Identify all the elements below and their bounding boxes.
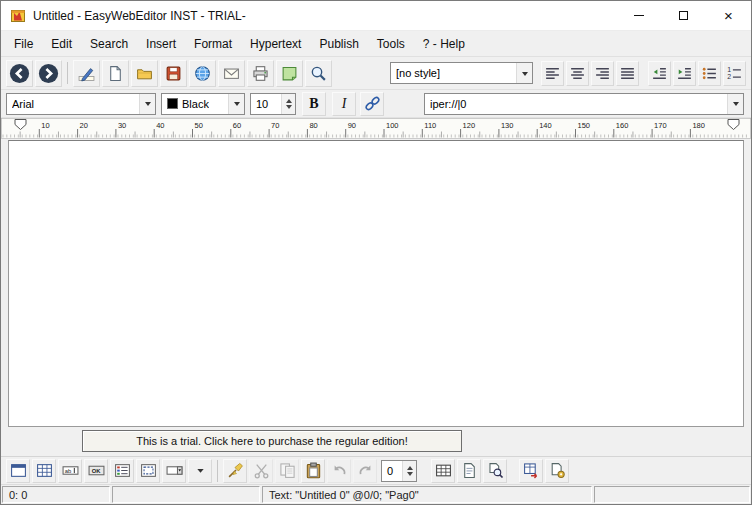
insert-table-button[interactable] [32,459,56,483]
menu-search[interactable]: Search [81,34,137,54]
forward-icon [38,63,59,84]
svg-text:60: 60 [233,121,241,130]
toolbar-separator [217,460,218,482]
bullet-list-button[interactable] [698,61,721,86]
font-size-value: 10 [251,98,281,110]
menu-hypertext[interactable]: Hypertext [241,34,310,54]
svg-text:80: 80 [309,121,317,130]
close-icon: × [724,8,733,23]
bullets-icon [701,65,718,82]
svg-text:110: 110 [424,121,436,130]
align-button-group [541,61,639,86]
indent-icon [676,65,693,82]
clean-formatting-button[interactable] [223,459,247,483]
insert-text-field-button[interactable]: ab [58,459,82,483]
export-button-group [519,459,569,483]
publish-web-button[interactable] [189,60,216,87]
spin-down-icon[interactable] [407,472,413,479]
style-combo[interactable]: [no style] [390,62,533,84]
undo-icon [331,462,348,479]
insert-ok-button-button[interactable]: OK [84,459,108,483]
outdent-icon [651,65,668,82]
status-bar: 0: 0 Text: "Untitled 0" @0/0; "Pag0" [1,484,751,504]
back-button[interactable] [6,60,33,87]
cut-button[interactable] [249,459,273,483]
insert-listbox-button[interactable] [110,459,134,483]
color-combo[interactable]: Black [161,93,245,115]
listbox-icon [114,462,131,479]
outdent-button[interactable] [648,61,671,86]
new-document-button[interactable] [102,60,129,87]
insert-combobox-button[interactable] [162,459,186,483]
table-view-button[interactable] [431,459,455,483]
menu-tools[interactable]: Tools [368,34,414,54]
menu-edit[interactable]: Edit [42,34,81,54]
spin-down-icon[interactable] [286,105,292,112]
format-toolbar: Arial Black 10 B I iper://|0 [1,89,751,117]
chevron-down-icon[interactable] [727,94,743,114]
export-table-button[interactable] [519,459,543,483]
maximize-icon [679,11,688,20]
align-justify-button[interactable] [616,61,639,86]
minimize-button[interactable] [616,1,661,30]
svg-text:180: 180 [692,121,705,130]
indent-button[interactable] [673,61,696,86]
forward-button[interactable] [35,60,62,87]
align-right-button[interactable] [591,61,614,86]
grid-icon [435,462,452,479]
export-page-button[interactable] [545,459,569,483]
send-email-button[interactable] [218,60,245,87]
insert-hyperlink-button[interactable] [360,92,384,116]
italic-button[interactable]: I [332,92,356,116]
open-file-button[interactable] [131,60,158,87]
menu-file[interactable]: File [5,34,42,54]
value-spinner[interactable]: 0 [381,460,417,482]
save-button[interactable] [160,60,187,87]
edit-page-button[interactable] [73,60,100,87]
url-combo-value: iper://|0 [430,98,467,110]
insert-window-button[interactable] [6,459,30,483]
purchase-trial-button[interactable]: This is a trial. Click here to purchase … [82,430,462,452]
menu-format[interactable]: Format [185,34,241,54]
bold-button[interactable]: B [302,92,326,116]
document-canvas[interactable] [8,140,744,427]
font-combo-value: Arial [12,98,34,110]
copy-button[interactable] [275,459,299,483]
paste-button[interactable] [301,459,325,483]
menu-publish[interactable]: Publish [310,34,367,54]
file-button-group [73,60,332,87]
spin-up-icon[interactable] [407,463,413,470]
chevron-down-icon[interactable] [139,94,155,114]
font-combo[interactable]: Arial [6,93,156,115]
status-panel-2 [112,486,260,503]
font-size-spinner[interactable]: 10 [250,93,296,115]
ruler[interactable]: 1020304050607080901001101201301401501601… [1,117,751,139]
page-properties-button[interactable] [457,459,481,483]
close-button[interactable]: × [706,1,751,30]
spin-up-icon[interactable] [286,96,292,103]
insert-frame-button[interactable] [136,459,160,483]
minimize-icon [634,15,644,16]
zoom-button[interactable] [305,60,332,87]
list-button-group: 12 [648,61,746,86]
insert-object-menu-button[interactable] [188,459,212,483]
insert-button-group: abOK [6,459,212,483]
numbered-list-button[interactable]: 12 [723,61,746,86]
find-in-page-button[interactable] [483,459,507,483]
preview-button[interactable] [276,60,303,87]
numbers-icon: 12 [726,65,743,82]
menu-help[interactable]: ? - Help [414,34,474,54]
menu-insert[interactable]: Insert [137,34,185,54]
redo-button[interactable] [353,459,377,483]
svg-text:OK: OK [91,468,101,474]
chevron-down-icon[interactable] [516,63,532,83]
chevron-down-icon[interactable] [228,94,244,114]
align-center-button[interactable] [566,61,589,86]
frame-icon [140,462,157,479]
align-left-button[interactable] [541,61,564,86]
window-controls: × [616,1,751,30]
undo-button[interactable] [327,459,351,483]
url-combo[interactable]: iper://|0 [424,93,744,115]
maximize-button[interactable] [661,1,706,30]
print-button[interactable] [247,60,274,87]
